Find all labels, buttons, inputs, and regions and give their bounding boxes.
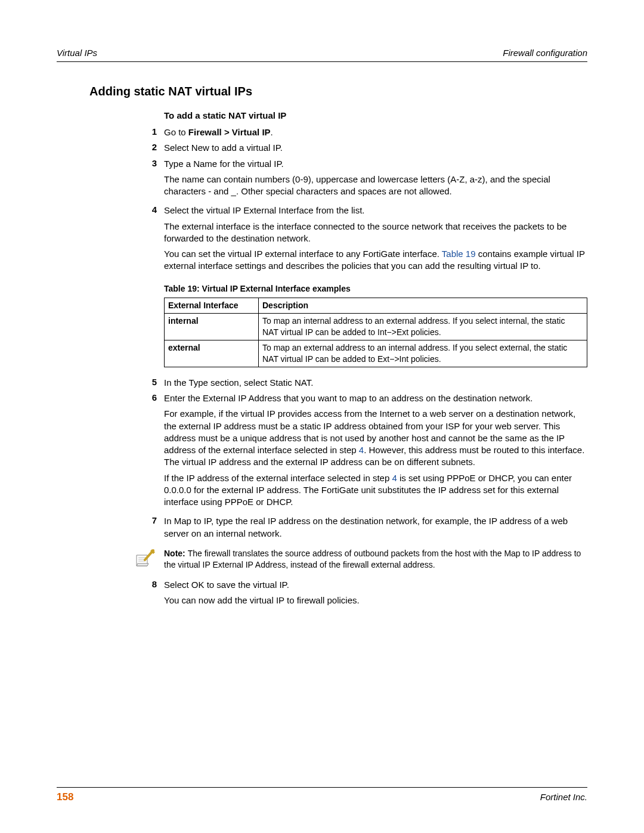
footer-rule [57, 787, 587, 788]
step-2: 2 Select New to add a virtual IP. [57, 142, 587, 154]
step-number: 3 [57, 158, 164, 202]
table-header: External Interface [165, 298, 259, 314]
header-right: Firewall configuration [503, 48, 587, 58]
step-number: 7 [57, 515, 164, 540]
steps-list: 1 Go to Firewall > Virtual IP. 2 Select … [57, 126, 587, 610]
header-rule [57, 61, 587, 62]
step-number: 1 [57, 126, 164, 138]
header-left: Virtual IPs [57, 48, 97, 58]
step-number: 5 [57, 377, 164, 389]
note-block: Note: The firewall translates the source… [57, 548, 587, 571]
step-text: Type a Name for the virtual IP. [164, 158, 587, 170]
step-text: You can now add the virtual IP to firewa… [164, 594, 587, 606]
step-body: In Map to IP, type the real IP address o… [164, 515, 587, 540]
step-6: 6 Enter the External IP Address that you… [57, 392, 587, 512]
step-text: Select the virtual IP External Interface… [164, 205, 587, 216]
table-header-row: External Interface Description [165, 298, 587, 314]
note-text: Note: The firewall translates the source… [164, 548, 587, 571]
page-footer: 158 Fortinet Inc. [57, 787, 587, 803]
step-body: Type a Name for the virtual IP. The name… [164, 158, 587, 202]
section-title: Adding static NAT virtual IPs [89, 85, 587, 98]
external-interface-table: External Interface Description internal … [164, 298, 587, 367]
step-text: If the IP address of the external interf… [164, 472, 587, 509]
step-text: Select OK to save the virtual IP. [164, 579, 587, 591]
step-4: 4 Select the virtual IP External Interfa… [57, 205, 587, 373]
document-page: Virtual IPs Firewall configuration Addin… [0, 0, 644, 833]
step-text-fragment: If the IP address of the external interf… [164, 473, 392, 483]
step-number: 8 [57, 579, 164, 611]
step-text: Go to [164, 127, 188, 137]
step-text-fragment: You can set the virtual IP external inte… [164, 249, 442, 259]
step-7: 7 In Map to IP, type the real IP address… [57, 515, 587, 540]
cross-reference-link[interactable]: 4 [359, 445, 364, 455]
table-cell: external [165, 340, 259, 367]
step-number: 2 [57, 142, 164, 154]
step-body: Enter the External IP Address that you w… [164, 392, 587, 512]
step-text: Enter the External IP Address that you w… [164, 392, 587, 404]
cross-reference-link[interactable]: Table 19 [442, 249, 476, 259]
procedure-subheading: To add a static NAT virtual IP [164, 110, 587, 120]
step-text: The name can contain numbers (0-9), uppe… [164, 174, 587, 198]
step-body: Select OK to save the virtual IP. You ca… [164, 579, 587, 611]
page-number: 158 [57, 791, 73, 803]
step-text: You can set the virtual IP external inte… [164, 248, 587, 272]
step-1: 1 Go to Firewall > Virtual IP. [57, 126, 587, 138]
step-body: Select New to add a virtual IP. [164, 142, 587, 154]
step-3: 3 Type a Name for the virtual IP. The na… [57, 158, 587, 202]
cross-reference-link[interactable]: 4 [392, 473, 397, 483]
step-5: 5 In the Type section, select Static NAT… [57, 377, 587, 389]
step-body: Go to Firewall > Virtual IP. [164, 126, 587, 138]
step-text: The external interface is the interface … [164, 221, 587, 245]
footer-company: Fortinet Inc. [540, 792, 587, 802]
step-text: . [271, 127, 273, 137]
table-header: Description [259, 298, 587, 314]
note-icon [133, 548, 157, 568]
step-number: 4 [57, 205, 164, 373]
table-row: internal To map an internal address to a… [165, 314, 587, 340]
step-body: In the Type section, select Static NAT. [164, 377, 587, 389]
page-header: Virtual IPs Firewall configuration [57, 48, 587, 58]
table-cell: internal [165, 314, 259, 340]
table-cell: To map an external address to an interna… [259, 340, 587, 367]
note-body: The firewall translates the source addre… [164, 549, 581, 569]
step-text: For example, if the virtual IP provides … [164, 408, 587, 468]
step-8: 8 Select OK to save the virtual IP. You … [57, 579, 587, 611]
table-row: external To map an external address to a… [165, 340, 587, 367]
step-number: 6 [57, 392, 164, 512]
table-caption: Table 19: Virtual IP External Interface … [164, 283, 587, 295]
step-body: Select the virtual IP External Interface… [164, 205, 587, 373]
footer-row: 158 Fortinet Inc. [57, 791, 587, 803]
menu-path: Firewall > Virtual IP [188, 127, 271, 137]
table-cell: To map an internal address to an externa… [259, 314, 587, 340]
note-icon-container [57, 548, 164, 571]
note-label: Note: [164, 549, 188, 558]
